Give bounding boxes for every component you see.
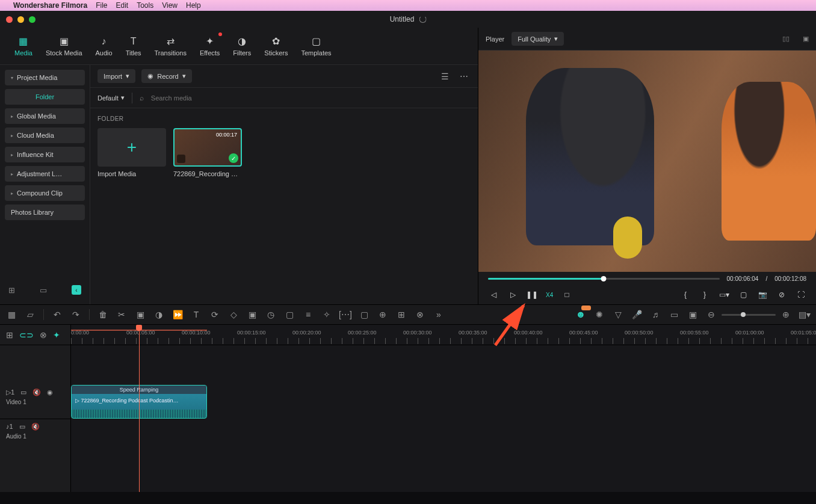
aspect-dropdown[interactable]: ▭▾ xyxy=(719,290,729,299)
tab-stock-media[interactable]: ▣Stock Media xyxy=(42,34,86,59)
snapshot-icon[interactable]: 📷 xyxy=(757,290,768,299)
expand-toolbar-icon[interactable]: » xyxy=(433,310,444,319)
link-icon[interactable]: ⊗ xyxy=(415,310,425,319)
quality-dropdown[interactable]: Full Quality▾ xyxy=(512,32,564,46)
text-icon[interactable]: T xyxy=(191,310,202,319)
progress-knob[interactable] xyxy=(601,276,607,281)
sidebar-cloud-media[interactable]: ▸Cloud Media xyxy=(5,128,85,143)
ai-portrait-icon[interactable]: ☻ xyxy=(575,309,586,320)
import-button[interactable]: Import▾ xyxy=(97,69,135,83)
redo-icon[interactable]: ↷ xyxy=(70,310,81,319)
menu-tools[interactable]: Tools xyxy=(137,1,153,10)
mic-icon[interactable]: 🎤 xyxy=(631,310,642,319)
grid-icon[interactable]: ▦ xyxy=(6,310,17,319)
fullscreen-icon[interactable]: ⛶ xyxy=(796,290,806,299)
sidebar-influence-kit[interactable]: ▸Influence Kit xyxy=(5,147,85,162)
select-tool-icon[interactable]: ▱ xyxy=(25,310,36,319)
voiceover-icon[interactable]: ⊘ xyxy=(776,290,787,299)
visibility-icon[interactable]: ◉ xyxy=(47,389,53,396)
enhance-icon[interactable]: ✺ xyxy=(594,310,605,319)
mute-icon[interactable]: 🔇 xyxy=(31,423,40,431)
search-input[interactable] xyxy=(151,94,471,102)
sort-dropdown[interactable]: Default▾ xyxy=(97,94,125,102)
tab-filters[interactable]: ◑Filters xyxy=(229,34,255,59)
ai-icon[interactable]: ✧ xyxy=(321,310,332,319)
tab-templates[interactable]: ▢Templates xyxy=(297,34,335,59)
pause-button[interactable]: ❚❚ xyxy=(527,290,537,299)
record-button[interactable]: ◉Record▾ xyxy=(141,69,191,83)
undo-icon[interactable]: ↶ xyxy=(52,310,63,319)
tab-stickers[interactable]: ✿Stickers xyxy=(261,34,291,59)
time-ruler[interactable]: 0:00:0000:00:05:0000:00:10:0000:00:15:00… xyxy=(71,325,816,345)
sidebar-adjustment-layer[interactable]: ▸Adjustment L… xyxy=(5,166,85,182)
prev-frame-button[interactable]: ◁ xyxy=(488,290,499,299)
new-folder-icon[interactable]: ▭ xyxy=(40,286,47,295)
stop-button[interactable]: □ xyxy=(561,290,572,299)
speed-icon[interactable]: ⏩ xyxy=(172,310,183,319)
filter-icon[interactable]: ☰ xyxy=(439,69,451,84)
rotate-icon[interactable]: ⟳ xyxy=(209,310,220,319)
mute-icon[interactable]: 🔇 xyxy=(32,389,41,396)
menu-file[interactable]: File xyxy=(96,1,107,10)
tab-audio[interactable]: ♪Audio xyxy=(92,34,116,59)
preview-viewport[interactable] xyxy=(478,51,816,272)
clock-icon[interactable]: ◷ xyxy=(265,310,276,319)
window-minimize-button[interactable] xyxy=(17,16,24,23)
sidebar-project-media[interactable]: ▾Project Media xyxy=(5,70,85,85)
linkage-icon[interactable]: ⊗ xyxy=(40,330,47,340)
zoom-slider[interactable] xyxy=(722,314,776,316)
align-icon[interactable]: ≡ xyxy=(303,310,314,319)
tab-titles[interactable]: TTitles xyxy=(122,34,145,59)
tab-media[interactable]: ▦Media xyxy=(11,34,36,59)
snapshot-view-icon[interactable]: ▣ xyxy=(803,35,809,43)
color-icon[interactable]: ◑ xyxy=(153,310,164,319)
compare-view-icon[interactable]: ▯▯ xyxy=(782,35,790,43)
menu-edit[interactable]: Edit xyxy=(116,1,128,10)
fit-icon[interactable]: ▢ xyxy=(284,310,295,319)
tab-transitions[interactable]: ⇄Transitions xyxy=(151,34,190,59)
detach-icon[interactable]: ⊕ xyxy=(377,310,388,319)
media-clip[interactable]: 00:00:17 ✓ 722869_Recording P… xyxy=(173,128,242,177)
lock-icon[interactable]: ▭ xyxy=(20,389,26,396)
mark-in-button[interactable]: { xyxy=(680,290,691,299)
more-icon[interactable]: ⋯ xyxy=(457,69,471,84)
delete-icon[interactable]: 🗑 xyxy=(97,310,108,319)
import-tile[interactable]: + Import Media xyxy=(97,128,166,177)
window-zoom-button[interactable] xyxy=(29,16,36,23)
add-track-icon[interactable]: ⊞ xyxy=(6,330,13,340)
sidebar-photos-library[interactable]: Photos Library xyxy=(5,204,85,220)
sidebar-compound-clip[interactable]: ▸Compound Clip xyxy=(5,185,85,201)
lock-icon[interactable]: ▭ xyxy=(19,423,25,431)
bookmark-icon[interactable]: ▽ xyxy=(613,310,623,319)
timeline-view-icon[interactable]: ▤▾ xyxy=(799,310,810,319)
magnet-icon[interactable]: ⊂⊃ xyxy=(19,330,34,340)
split-icon[interactable]: ✂ xyxy=(116,310,127,319)
keyframe-icon[interactable]: ◇ xyxy=(228,310,239,319)
group-icon[interactable]: ⊞ xyxy=(396,310,407,319)
music-icon[interactable]: ♬ xyxy=(650,310,661,319)
marker-toggle-icon[interactable]: ✦ xyxy=(53,330,60,340)
new-bin-icon[interactable]: ⊞ xyxy=(8,286,15,295)
window-close-button[interactable] xyxy=(6,16,13,23)
timeline-tracks[interactable]: 0:00:0000:00:05:0000:00:10:0000:00:15:00… xyxy=(71,325,816,492)
collapse-sidebar-button[interactable]: ‹ xyxy=(72,285,81,295)
monitor-icon[interactable]: ▢ xyxy=(738,290,749,299)
sidebar-folder[interactable]: Folder xyxy=(5,89,85,105)
play-button[interactable]: ▷ xyxy=(507,290,518,299)
progress-track[interactable] xyxy=(488,278,720,280)
tab-effects[interactable]: ✦Effects xyxy=(196,34,223,59)
mask-icon[interactable]: ▣ xyxy=(247,310,258,319)
marker-icon[interactable]: ▢ xyxy=(359,310,369,319)
menu-help[interactable]: Help xyxy=(186,1,201,10)
crop-icon[interactable]: ▣ xyxy=(135,310,146,319)
app-name[interactable]: Wondershare Filmora xyxy=(13,1,87,10)
sidebar-global-media[interactable]: ▸Global Media xyxy=(5,108,85,124)
zoom-out-icon[interactable]: ⊖ xyxy=(706,310,717,319)
playback-speed[interactable]: X4 xyxy=(546,292,553,298)
zoom-in-icon[interactable]: ⊕ xyxy=(780,310,791,319)
mark-out-button[interactable]: } xyxy=(699,290,710,299)
menu-view[interactable]: View xyxy=(162,1,178,10)
render-icon[interactable]: ▭ xyxy=(669,310,679,319)
capture-icon[interactable]: ▣ xyxy=(687,310,698,319)
subtitle-icon[interactable]: [⋯] xyxy=(340,310,351,319)
